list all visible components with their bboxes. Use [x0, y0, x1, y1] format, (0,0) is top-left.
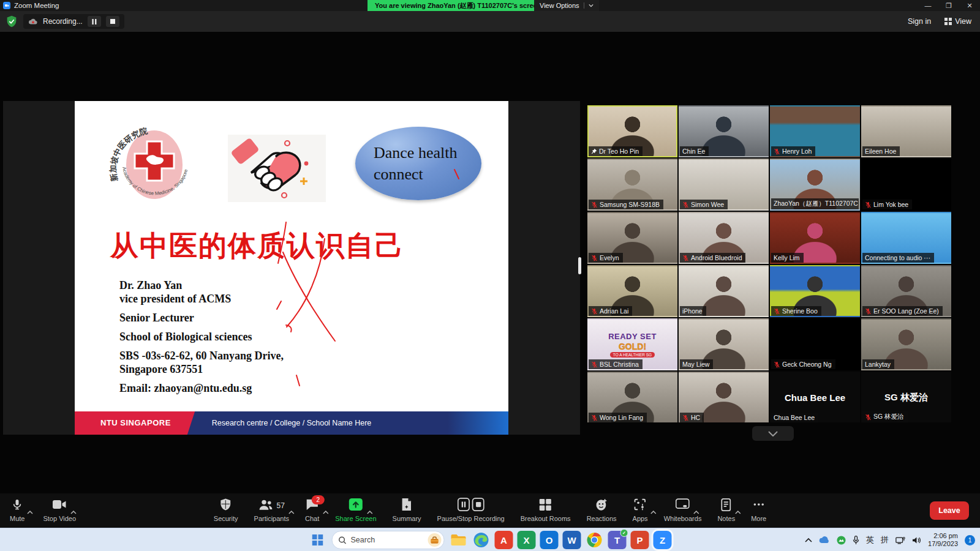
shared-screen-region[interactable]: 新加坡中医研究院 Academy of Chinese Medicine, Si… [3, 101, 580, 435]
outlook-icon[interactable]: O [540, 531, 559, 549]
participant-tile[interactable]: Dr Teo Ho Pin [587, 105, 677, 157]
participant-tile[interactable]: Lim Yok bee [861, 159, 951, 211]
start-button[interactable] [309, 531, 327, 549]
gallery-resize-handle[interactable] [578, 257, 581, 274]
participant-tile[interactable]: Henry Loh [770, 105, 860, 157]
pause-recording-button[interactable] [88, 16, 101, 27]
participant-tile[interactable]: May Liew [679, 318, 769, 370]
chevron-up-icon[interactable] [27, 511, 33, 514]
powerpoint-icon[interactable]: P [631, 531, 649, 549]
toolbar-share-screen-button[interactable]: Share Screen [335, 493, 376, 528]
chevron-up-icon[interactable] [650, 511, 657, 514]
toolbar-apps-button[interactable]: Apps [633, 493, 648, 528]
recording-controls-icon [458, 498, 484, 514]
toolbar-reactions-button[interactable]: Reactions [587, 493, 617, 528]
participant-tile[interactable]: iPhone [679, 265, 769, 317]
chevron-up-icon[interactable] [650, 506, 657, 517]
taskbar-search-input[interactable]: Search [332, 531, 445, 549]
chevron-up-icon[interactable] [367, 511, 373, 514]
chevron-down-icon [768, 431, 778, 437]
participant-tile[interactable]: Eileen Hoe [861, 105, 951, 157]
minimize-button[interactable]: — [918, 0, 938, 11]
participant-tile[interactable]: Wong Lin Fang [587, 372, 677, 422]
restore-button[interactable]: ❐ [938, 0, 959, 11]
chevron-up-icon[interactable] [693, 506, 699, 517]
participant-tile[interactable]: Chua Bee LeeChua Bee Lee [770, 372, 860, 422]
edge-icon[interactable] [472, 531, 491, 549]
toolbar-participants-button[interactable]: 57Participants [254, 493, 289, 528]
participant-tile[interactable]: Evelyn [587, 212, 677, 264]
participant-name-label: Chua Bee Lee [771, 413, 818, 422]
file-explorer-icon[interactable] [450, 531, 468, 549]
tray-app-icon[interactable] [837, 536, 846, 545]
chevron-up-icon[interactable] [367, 506, 373, 517]
presenter-info-line: SBS -03s-62-62, 60 Nanyang Drive,Singapo… [119, 349, 284, 376]
participant-tile[interactable]: Sherine Boo [770, 265, 860, 317]
stop-recording-button[interactable] [106, 16, 119, 27]
participant-tile[interactable]: Android Bluedroid [679, 212, 769, 264]
chevron-up-icon[interactable] [288, 506, 295, 517]
onedrive-icon[interactable] [819, 536, 830, 544]
toolbar-security-button[interactable]: Security [214, 493, 238, 528]
ime-pinyin-button[interactable]: 拼 [881, 534, 889, 545]
participant-tile[interactable]: HC [679, 372, 769, 422]
participant-name-label: Sherine Boo [771, 306, 821, 316]
gallery-scroll-down-button[interactable] [752, 426, 794, 441]
participant-tile[interactable]: Geck Cheong Ng [770, 318, 860, 370]
notification-badge[interactable]: 1 [965, 535, 975, 545]
participant-tile[interactable]: Simon Wee [679, 159, 769, 211]
cast-icon[interactable] [895, 536, 905, 544]
participant-tile[interactable]: Connecting to audio ⋯ [861, 212, 951, 264]
toolbar-summary-button[interactable]: Summary [393, 493, 421, 528]
chevron-up-icon[interactable] [27, 506, 33, 517]
ime-language-button[interactable]: 英 [866, 534, 874, 545]
participant-name-label: Eileen Hoe [862, 146, 900, 156]
participant-gallery: Dr Teo Ho PinChin EeHenry LohEileen HoeS… [587, 105, 952, 422]
participant-tile[interactable]: SG 林爱治SG 林爱治 [861, 372, 951, 422]
participant-tile[interactable]: Adrian Lai [587, 265, 677, 317]
window-titlebar: Zoom Meeting You are viewing ZhaoYan (赵雁… [0, 0, 980, 11]
volume-icon[interactable] [912, 536, 921, 544]
toolbar-breakout-rooms-button[interactable]: Breakout Rooms [521, 493, 571, 528]
encryption-shield-icon[interactable] [5, 15, 18, 28]
chevron-up-icon[interactable] [323, 506, 329, 517]
chevron-up-icon[interactable] [735, 506, 741, 517]
acrobat-icon[interactable]: A [495, 531, 513, 549]
zoom-icon[interactable]: Z [654, 531, 672, 549]
tray-chevron-up-icon[interactable] [805, 538, 812, 542]
participant-tile[interactable]: ZhaoYan（赵雁）T1102707C [770, 159, 860, 211]
teams-icon[interactable]: T✓ [608, 531, 627, 549]
participant-tile[interactable]: Lankytay [861, 318, 951, 370]
toolbar-chat-button[interactable]: 2Chat [305, 493, 319, 528]
leave-button[interactable]: Leave [930, 501, 969, 520]
chevron-up-icon[interactable] [70, 506, 77, 517]
toolbar-whiteboards-button[interactable]: Whiteboards [664, 493, 702, 528]
chevron-up-icon[interactable] [693, 511, 699, 514]
chevron-up-icon[interactable] [288, 511, 295, 514]
toolbar-stop-video-button[interactable]: Stop Video [43, 493, 76, 528]
participant-tile[interactable]: Chin Ee [679, 105, 769, 157]
word-icon[interactable]: W [563, 531, 581, 549]
apps-icon [633, 498, 647, 514]
meeting-main-area: 新加坡中医研究院 Academy of Chinese Medicine, Si… [0, 32, 980, 493]
taskbar-clock[interactable]: 2:06 pm 17/9/2023 [928, 532, 958, 548]
participant-tile[interactable]: Samsung SM-S918B [587, 159, 677, 211]
muted-mic-icon [591, 255, 598, 261]
participant-tile[interactable]: Er SOO Lang (Zoe Ee) [861, 265, 951, 317]
sign-in-button[interactable]: Sign in [908, 17, 931, 26]
participant-tile[interactable]: READY SETGOLD!TO A HEALTHIER SGBSL Chris… [587, 318, 677, 370]
chevron-up-icon[interactable] [735, 511, 741, 514]
microphone-tray-icon[interactable] [853, 536, 859, 545]
close-button[interactable]: ✕ [959, 0, 980, 11]
toolbar-mute-button[interactable]: Mute [10, 493, 24, 528]
view-options-button[interactable]: View Options [534, 0, 599, 11]
excel-icon[interactable]: X [518, 531, 536, 549]
toolbar-notes-button[interactable]: Notes [717, 493, 735, 528]
chevron-up-icon[interactable] [70, 511, 77, 514]
participant-tile[interactable]: Kelly Lim [770, 212, 860, 264]
toolbar-pause-stop-recording-button[interactable]: Pause/Stop Recording [437, 493, 505, 528]
chevron-up-icon[interactable] [323, 511, 329, 514]
chrome-icon[interactable] [586, 531, 604, 549]
toolbar-more-button[interactable]: More [751, 493, 766, 528]
view-button[interactable]: View [944, 17, 971, 26]
